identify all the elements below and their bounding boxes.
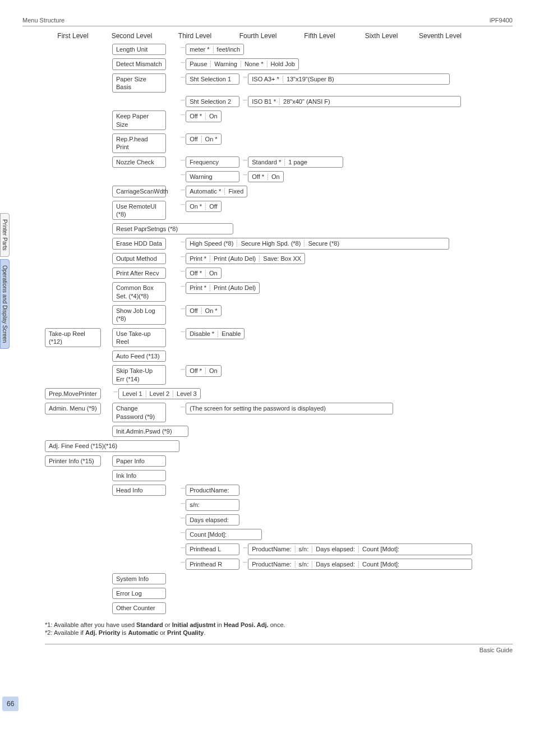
- node-output-method: Output Method: [112, 253, 166, 264]
- footer: Basic Guide: [45, 644, 513, 653]
- tree-connector: ····: [243, 559, 247, 565]
- tree-connector: ····: [181, 283, 185, 289]
- tree-connector: ····: [243, 172, 247, 178]
- tree-connector: ····: [181, 239, 185, 245]
- node-printhead-r: Printhead R: [186, 559, 239, 570]
- node-use-remote: Use RemoteUI (*8): [112, 201, 166, 220]
- tree-connector: ····: [181, 201, 185, 208]
- header-left: Menu Structure: [22, 17, 64, 24]
- node-length-unit: Length Unit: [112, 44, 166, 55]
- opts-keep-paper-size: Off *┊On: [186, 110, 222, 122]
- node-takeup-reel: Take-up Reel (*12): [45, 328, 101, 348]
- opts-use-remote: On *┊Off: [186, 201, 222, 212]
- tree-connector: ····: [181, 366, 185, 372]
- node-rep-phead: Rep.P.head Print: [112, 133, 166, 153]
- tree-connector: ····: [181, 253, 185, 260]
- opts-printhead-r: ProductName:┊s/n:┊Days elapsed:┊Count [M…: [248, 559, 472, 570]
- node-ink-info: Ink Info: [112, 470, 166, 481]
- node-days-elapsed: Days elapsed:: [186, 514, 239, 525]
- opts-print-after-recv: Off *┊On: [186, 268, 222, 279]
- level-1: First Level: [45, 32, 101, 40]
- opts-sht-sel-1: ISO A3+ *┊13"x19"(Super B): [248, 73, 450, 85]
- level-headers: First Level Second Level Third Level Fou…: [22, 32, 513, 40]
- node-change-pass: Change Password (*9): [112, 403, 166, 422]
- node-paper-info: Paper Info: [112, 455, 166, 467]
- node-use-takeup: Use Take-up Reel: [112, 328, 166, 348]
- tree-connector: ····: [181, 559, 185, 565]
- node-carriage-scan: CarriageScanWdth: [112, 186, 166, 197]
- node-head-info: Head Info: [112, 485, 166, 496]
- node-error-log: Error Log: [112, 588, 166, 599]
- tree-connector: ····: [181, 306, 185, 312]
- node-sn: s/n:: [186, 499, 239, 510]
- tree-connector: ····: [181, 485, 185, 491]
- tree-connector: ····: [181, 172, 185, 178]
- opts-rep-phead: Off┊On *: [186, 133, 222, 145]
- node-init-admin: Init.Admin.Pswd (*9): [112, 426, 188, 437]
- tree-connector: ····: [181, 515, 185, 521]
- opts-frequency: Standard *┊1 page: [248, 156, 343, 168]
- node-admin-menu: Admin. Menu (*9): [45, 403, 101, 414]
- opts-warning: Off *┊On: [248, 171, 284, 182]
- tree-connector: ····: [181, 545, 185, 551]
- node-keep-paper-size: Keep Paper Size: [112, 110, 166, 130]
- opts-common-box: Print *┊Print (Auto Del): [186, 282, 260, 293]
- node-printer-info: Printer Info (*15): [45, 455, 101, 467]
- tree-connector: ····: [181, 112, 185, 118]
- level-5: Fifth Level: [289, 32, 350, 40]
- node-frequency: Frequency: [186, 156, 239, 168]
- node-sht-sel-2: Sht Selection 2: [186, 96, 239, 107]
- menu-tree: Length Unit ····meter *┊feet/inch Detect…: [22, 43, 513, 615]
- opts-show-job-log: Off┊On *: [186, 305, 222, 316]
- tree-connector: ····: [243, 157, 247, 163]
- opts-skip-takeup: Off *┊On: [186, 365, 222, 376]
- node-other-counter: Other Counter: [112, 602, 166, 614]
- opts-printhead-l: ProductName:┊s/n:┊Days elapsed:┊Count [M…: [248, 543, 472, 555]
- node-nozzle-check: Nozzle Check: [112, 156, 166, 168]
- level-7: Seventh Level: [412, 32, 468, 40]
- footnotes: *1: Available after you have used Standa…: [22, 621, 513, 636]
- opts-sht-sel-2: ISO B1 *┊28"x40" (ANSI F): [248, 96, 461, 107]
- level-6: Sixth Level: [350, 32, 412, 40]
- opts-change-pass: (The screen for setting the password is …: [186, 403, 393, 414]
- tree-connector: ····: [181, 529, 185, 536]
- opts-erase-hdd: High Speed (*8)┊Secure High Spd. (*8)┊Se…: [186, 238, 449, 249]
- tree-connector: ····: [181, 59, 185, 66]
- node-detect-mismatch: Detect Mismatch: [112, 58, 166, 70]
- node-product-name: ProductName:: [186, 485, 239, 496]
- node-warning: Warning: [186, 171, 239, 182]
- node-printhead-l: Printhead L: [186, 543, 239, 555]
- tree-connector: ····: [243, 97, 247, 103]
- node-auto-feed: Auto Feed (*13): [112, 351, 166, 362]
- header-right: iPF9400: [490, 17, 513, 24]
- node-system-info: System Info: [112, 573, 166, 584]
- footnote-2: *2: Available if Adj. Priority is Automa…: [45, 629, 513, 636]
- node-paper-size-basis: Paper Size Basis: [112, 73, 166, 93]
- node-sht-sel-1: Sht Selection 1: [186, 73, 239, 85]
- node-adj-fine-feed: Adj. Fine Feed (*15)(*16): [45, 440, 179, 451]
- tree-connector: ····: [181, 187, 185, 193]
- tree-connector: ····: [243, 74, 247, 80]
- tree-connector: ····: [181, 134, 185, 140]
- level-2: Second Level: [101, 32, 163, 40]
- node-show-job-log: Show Job Log (*8): [112, 305, 166, 325]
- node-skip-takeup: Skip Take-Up Err (*14): [112, 365, 166, 385]
- tree-connector: ····: [181, 74, 185, 80]
- node-prep-move: Prep.MovePrinter: [45, 388, 101, 399]
- node-common-box: Common Box Set. (*4)(*8): [112, 282, 166, 302]
- tree-connector: ····: [181, 157, 185, 163]
- opts-length-unit: meter *┊feet/inch: [186, 44, 244, 55]
- tree-connector: ····: [181, 97, 185, 103]
- opts-detect-mismatch: Pause┊Warning┊None *┊Hold Job: [186, 58, 299, 70]
- tree-connector: ····: [113, 389, 117, 395]
- node-count-mdot: Count [Mdot]:: [186, 529, 262, 540]
- tree-connector: ····: [243, 545, 247, 551]
- node-print-after-recv: Print After Recv: [112, 268, 166, 279]
- node-erase-hdd: Erase HDD Data: [112, 238, 166, 249]
- opts-prep-move: Level 1┊Level 2┊Level 3: [118, 388, 200, 399]
- opts-use-takeup: Disable *┊Enable: [186, 328, 245, 339]
- opts-carriage-scan: Automatic *┊Fixed: [186, 186, 247, 197]
- footnote-1: *1: Available after you have used Standa…: [45, 621, 513, 628]
- node-reset-papr: Reset PaprSetngs (*8): [112, 223, 233, 234]
- tree-connector: ····: [181, 268, 185, 274]
